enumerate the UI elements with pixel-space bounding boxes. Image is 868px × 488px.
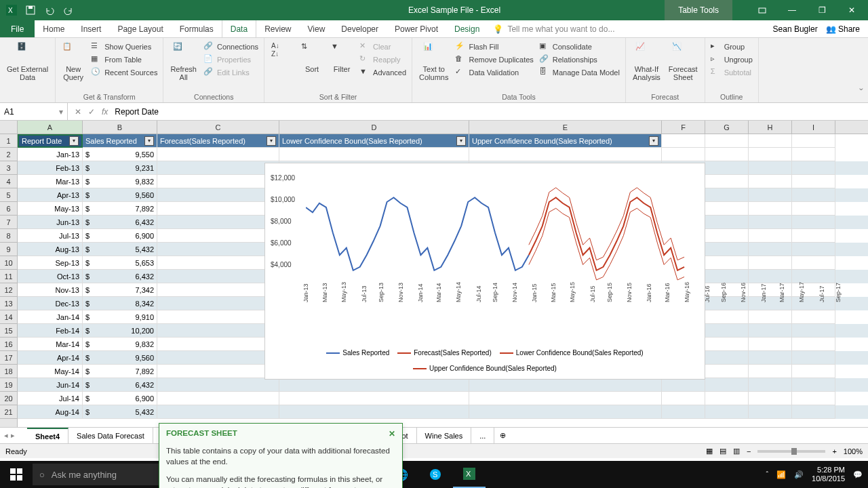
maximize-icon[interactable]: ❐ [808, 2, 835, 18]
add-sheet-icon[interactable]: ⊕ [494, 431, 511, 440]
cell[interactable] [705, 216, 749, 229]
cell[interactable] [705, 392, 749, 405]
cell[interactable]: $7,892 [83, 365, 157, 378]
cell[interactable]: $8,342 [83, 297, 157, 310]
filter-dropdown-icon[interactable]: ▾ [144, 136, 154, 146]
tab-home[interactable]: Home [35, 20, 73, 37]
data-validation-button[interactable]: ✓Data Validation [454, 66, 534, 79]
table-header-sales[interactable]: Sales Reported▾ [83, 134, 157, 148]
cell[interactable]: May-13 [18, 202, 83, 216]
cell[interactable]: Sep-13 [18, 256, 83, 270]
cell[interactable] [157, 365, 279, 378]
sheet-tab-sales-forecast[interactable]: Sales Data Forecast [68, 428, 153, 443]
sheet-tab-wine-sales[interactable]: Wine Sales [417, 428, 472, 443]
share-button[interactable]: 👥 Share [826, 24, 860, 34]
cell[interactable] [792, 338, 835, 351]
cell[interactable] [705, 243, 749, 256]
tray-network-icon[interactable]: 📶 [776, 470, 786, 479]
remove-duplicates-button[interactable]: 🗑Remove Duplicates [454, 54, 534, 66]
cell[interactable] [662, 405, 705, 419]
cell[interactable] [157, 256, 279, 270]
tab-power-pivot[interactable]: Power Pivot [387, 20, 446, 37]
text-to-columns-button[interactable]: 📊Text to Columns [416, 41, 451, 83]
cell[interactable] [469, 148, 662, 161]
cancel-formula-icon[interactable]: ✕ [75, 107, 81, 117]
row-header[interactable]: 11 [0, 270, 17, 283]
row-header[interactable]: 13 [0, 297, 17, 310]
row-header[interactable]: 7 [0, 216, 17, 229]
ungroup-button[interactable]: ▹Ungroup [709, 54, 754, 66]
filter-dropdown-icon[interactable]: ▾ [69, 136, 79, 146]
col-header-h[interactable]: H [749, 121, 792, 134]
ribbon-display-icon[interactable] [749, 2, 776, 18]
cell[interactable]: $9,832 [83, 338, 157, 351]
row-header[interactable]: 5 [0, 188, 17, 202]
cell[interactable] [749, 378, 792, 392]
cell[interactable] [279, 378, 469, 392]
excel-taskbar-icon[interactable]: X [453, 461, 486, 488]
cell[interactable] [749, 351, 792, 365]
sheet-tab-sheet4[interactable]: Sheet4 [27, 428, 68, 443]
cell[interactable] [157, 378, 279, 392]
close-icon[interactable]: ✕ [838, 2, 865, 18]
get-external-data-button[interactable]: 🗄️Get External Data [4, 41, 51, 83]
zoom-slider[interactable] [757, 450, 825, 453]
cell[interactable]: Dec-13 [18, 297, 83, 310]
cell[interactable] [792, 324, 835, 338]
manage-data-model-button[interactable]: 🗄Manage Data Model [538, 66, 621, 79]
cell[interactable] [157, 229, 279, 243]
cell[interactable] [157, 148, 279, 161]
col-header-e[interactable]: E [469, 121, 662, 134]
cell[interactable] [749, 270, 792, 283]
cell[interactable] [792, 392, 835, 405]
tell-me-input[interactable]: 💡 Tell me what you want to do... [488, 24, 772, 34]
view-normal-icon[interactable]: ▦ [706, 447, 713, 455]
row-header[interactable]: 3 [0, 161, 17, 175]
tray-chevron-icon[interactable]: ˆ [766, 470, 768, 479]
cell[interactable]: Nov-13 [18, 283, 83, 297]
cell[interactable] [749, 405, 792, 419]
forecast-chart[interactable]: $12,000 $10,000 $8,000 $6,000 $4,000 Jan… [264, 163, 705, 380]
refresh-all-button[interactable]: 🔄Refresh All [167, 41, 199, 83]
cell[interactable] [792, 310, 835, 324]
cell[interactable]: Aug-14 [18, 405, 83, 419]
cell[interactable]: Feb-13 [18, 161, 83, 175]
tab-developer[interactable]: Developer [333, 20, 387, 37]
table-header-forecast[interactable]: Forecast(Sales Reported)▾ [157, 134, 279, 148]
cell[interactable] [157, 175, 279, 188]
cell[interactable] [705, 405, 749, 419]
cell[interactable] [705, 351, 749, 365]
cell[interactable] [157, 405, 279, 419]
cell[interactable] [792, 365, 835, 378]
cell[interactable] [157, 188, 279, 202]
cell[interactable]: Mar-13 [18, 175, 83, 188]
cell[interactable] [749, 310, 792, 324]
row-header[interactable]: 14 [0, 310, 17, 324]
undo-icon[interactable] [42, 3, 57, 18]
row-header[interactable]: 15 [0, 324, 17, 338]
col-header-g[interactable]: G [705, 121, 749, 134]
cell[interactable] [662, 378, 705, 392]
row-header[interactable]: 18 [0, 365, 17, 378]
skype-icon[interactable]: S [419, 461, 452, 488]
cell[interactable] [792, 202, 835, 216]
cell[interactable]: Mar-14 [18, 338, 83, 351]
advanced-button[interactable]: ▼Advanced [358, 66, 408, 79]
view-page-layout-icon[interactable]: ▤ [719, 447, 726, 455]
cell[interactable] [157, 243, 279, 256]
cell[interactable] [749, 297, 792, 310]
cell[interactable]: Jan-13 [18, 148, 83, 161]
cell[interactable] [705, 310, 749, 324]
tab-formulas[interactable]: Formulas [172, 20, 222, 37]
zoom-out-icon[interactable]: − [747, 447, 751, 455]
cell[interactable]: $9,910 [83, 310, 157, 324]
table-header-report-date[interactable]: Report Date▾ [18, 134, 83, 148]
col-header-d[interactable]: D [279, 121, 469, 134]
cell[interactable] [157, 392, 279, 405]
cell[interactable] [792, 256, 835, 270]
action-center-icon[interactable]: 💬 [853, 470, 863, 479]
cell[interactable]: $6,432 [83, 270, 157, 283]
cell[interactable] [792, 243, 835, 256]
col-header-i[interactable]: I [792, 121, 835, 134]
cell[interactable] [792, 378, 835, 392]
